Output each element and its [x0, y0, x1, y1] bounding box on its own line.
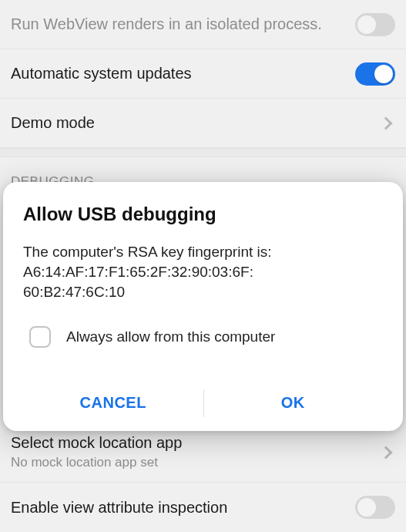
dialog-scrim: Allow USB debugging The computer's RSA k… [0, 0, 406, 532]
dialog-body: The computer's RSA key fingerprint is: A… [23, 242, 383, 303]
ok-button[interactable]: OK [203, 375, 384, 431]
always-allow-label: Always allow from this computer [66, 328, 275, 345]
button-divider [203, 389, 204, 417]
usb-debugging-dialog: Allow USB debugging The computer's RSA k… [3, 182, 403, 431]
dialog-title: Allow USB debugging [23, 204, 383, 225]
dialog-checkbox-row[interactable]: Always allow from this computer [23, 326, 383, 348]
cancel-button[interactable]: CANCEL [23, 375, 203, 431]
dialog-body-intro: The computer's RSA key fingerprint is: [23, 244, 272, 260]
dialog-actions: CANCEL OK [23, 375, 383, 431]
always-allow-checkbox[interactable] [29, 326, 51, 348]
dialog-fingerprint-line1: A6:14:AF:17:F1:65:2F:32:90:03:6F: [23, 264, 253, 280]
dialog-fingerprint-line2: 60:B2:47:6C:10 [23, 284, 125, 300]
